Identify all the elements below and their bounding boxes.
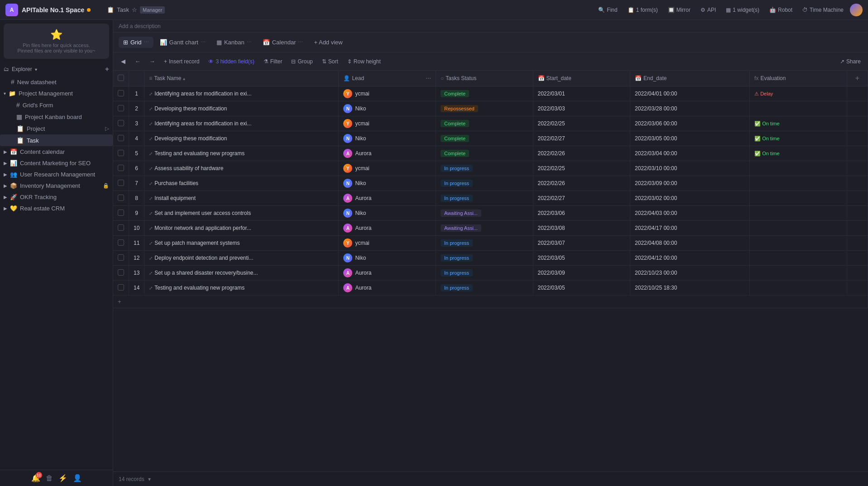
row-expand-button[interactable]: ⤢ <box>149 196 153 201</box>
new-item-button[interactable]: + <box>105 65 109 73</box>
app-logo[interactable]: A <box>5 4 18 16</box>
table-row[interactable]: 10 ⤢ Monitor network and application per… <box>113 221 868 236</box>
table-row[interactable]: 2 ⤢ Developing these modification N Niko… <box>113 101 868 116</box>
kanban-tab-more[interactable]: ⋯ <box>247 39 252 45</box>
api-button[interactable]: ⚙ API <box>697 5 719 15</box>
row-expand-button[interactable]: ⤢ <box>149 226 153 231</box>
tab-kanban[interactable]: ▦ Kanban ⋯ <box>212 37 256 48</box>
sidebar-explorer[interactable]: 🗂 Explorer ▾ + <box>0 62 113 76</box>
row-expand-button[interactable]: ⤢ <box>149 286 153 291</box>
row-checkbox[interactable] <box>118 120 124 126</box>
table-row[interactable]: 9 ⤢ Set and implement user access contro… <box>113 206 868 221</box>
row-expand-button[interactable]: ⤢ <box>149 151 153 156</box>
th-task-name[interactable]: ≡Task Name▴ <box>144 71 339 86</box>
table-row[interactable]: 12 ⤢ Deploy endpoint detection and preve… <box>113 251 868 266</box>
table-container[interactable]: ≡Task Name▴ 👤Lead⋯ ○Tasks Status 📅Start_… <box>113 71 868 472</box>
row-checkbox[interactable] <box>118 224 124 231</box>
widget-button[interactable]: ▦ 1 widget(s) <box>722 5 763 15</box>
breadcrumb-star[interactable]: ☆ <box>132 6 137 13</box>
sidebar-group-content-calendar[interactable]: ▶ 📅 Content calendar <box>0 146 113 157</box>
sidebar-group-okr[interactable]: ▶ 🚀 OKR Tracking <box>0 191 113 203</box>
table-row[interactable]: 1 ⤢ Identifying areas for modification i… <box>113 86 868 101</box>
row-checkbox[interactable] <box>118 180 124 186</box>
table-row[interactable]: 5 ⤢ Testing and evaluating new programs … <box>113 146 868 161</box>
row-checkbox[interactable] <box>118 195 124 201</box>
row-checkbox[interactable] <box>118 90 124 96</box>
tab-gantt[interactable]: 📊 Gantt chart ⋯ <box>155 37 210 48</box>
table-row[interactable]: 8 ⤢ Install equipment A Aurora In progre… <box>113 191 868 206</box>
sidebar-item-project[interactable]: 📋 Project ▷ <box>0 123 113 134</box>
add-view-button[interactable]: + Add view <box>309 37 347 48</box>
table-row[interactable]: 11 ⤢ Set up patch management systems Y y… <box>113 236 868 251</box>
sidebar-item-grids-form[interactable]: # Grid's Form <box>0 99 113 111</box>
user-avatar[interactable] <box>850 4 863 16</box>
select-all-checkbox[interactable] <box>118 75 124 81</box>
collapse-sidebar-button[interactable]: ◀ <box>117 55 129 68</box>
table-row[interactable]: 14 ⤢ Testing and evaluating new programs… <box>113 281 868 295</box>
members-icon[interactable]: 👤 <box>73 474 82 482</box>
sidebar-group-inventory[interactable]: ▶ 📦 Inventory Management 🔒 <box>0 180 113 191</box>
sidebar-group-content-marketing[interactable]: ▶ 📊 Content Marketing for SEO <box>0 157 113 169</box>
row-expand-button[interactable]: ⤢ <box>149 106 153 111</box>
row-checkbox[interactable] <box>118 284 124 291</box>
time-machine-button[interactable]: ⏱ Time Machine <box>799 5 847 15</box>
insert-record-button[interactable]: + Insert record <box>160 57 203 67</box>
row-expand-button[interactable]: ⤢ <box>149 256 153 261</box>
mirror-button[interactable]: 🔲 Mirror <box>664 5 694 15</box>
row-checkbox[interactable] <box>118 239 124 246</box>
row-checkbox[interactable] <box>118 269 124 276</box>
find-button[interactable]: 🔍 Find <box>595 5 621 15</box>
sidebar-group-user-research[interactable]: ▶ 👥 User Research Management <box>0 169 113 180</box>
th-start-date[interactable]: 📅Start_date <box>533 71 630 86</box>
template-icon[interactable]: ⚡ <box>58 474 67 482</box>
th-evaluation[interactable]: fxEvaluation <box>750 71 847 86</box>
th-tasks-status[interactable]: ○Tasks Status <box>436 71 533 86</box>
sidebar-item-new-datasheet[interactable]: # New datasheet <box>0 76 113 88</box>
row-checkbox[interactable] <box>118 135 124 141</box>
row-checkbox[interactable] <box>118 210 124 216</box>
tab-grid[interactable]: ⊞ Grid ⋯ <box>119 37 153 48</box>
group-button[interactable]: ⊟ Group <box>288 57 316 67</box>
row-expand-button[interactable]: ⤢ <box>149 241 153 246</box>
table-row[interactable]: 6 ⤢ Assess usability of hardware Y ycmai… <box>113 161 868 176</box>
row-expand-button[interactable]: ⤢ <box>149 211 153 216</box>
share-button[interactable]: ↗ Share <box>836 57 864 67</box>
sort-button[interactable]: ⇅ Sort <box>318 57 342 67</box>
row-checkbox[interactable] <box>118 254 124 261</box>
row-expand-button[interactable]: ⤢ <box>149 121 153 126</box>
row-expand-button[interactable]: ⤢ <box>149 271 153 276</box>
robot-button[interactable]: 🤖 Robot <box>766 5 796 15</box>
add-record-row[interactable]: + <box>113 295 868 308</box>
row-expand-button[interactable]: ⤢ <box>149 166 153 171</box>
lead-col-more[interactable]: ⋯ <box>426 75 431 81</box>
calendar-tab-more[interactable]: ⋯ <box>298 39 303 45</box>
recycle-icon[interactable]: 🗑 <box>46 474 53 482</box>
th-add-col[interactable]: + <box>847 71 868 86</box>
sidebar-item-task[interactable]: 📋 Task <box>0 134 113 146</box>
th-lead[interactable]: 👤Lead⋯ <box>339 71 436 86</box>
hidden-fields-button[interactable]: 👁 3 hidden field(s) <box>205 57 258 67</box>
table-row[interactable]: 7 ⤢ Purchase facilities N Niko In progre… <box>113 176 868 191</box>
gantt-tab-more[interactable]: ⋯ <box>201 39 206 45</box>
redo-button[interactable]: → <box>146 55 158 68</box>
row-expand-button[interactable]: ⤢ <box>149 91 153 96</box>
tab-calendar[interactable]: 📅 Calendar ⋯ <box>258 37 308 48</box>
sidebar-item-kanban[interactable]: ▦ Project Kanban board <box>0 111 113 123</box>
table-row[interactable]: 13 ⤢ Set up a shared disaster recovery/b… <box>113 266 868 281</box>
row-expand-button[interactable]: ⤢ <box>149 181 153 186</box>
filter-button[interactable]: ⚗ Filter <box>260 57 286 67</box>
add-description-text[interactable]: Add a description <box>119 23 161 29</box>
form-button[interactable]: 📋 1 form(s) <box>624 5 662 15</box>
row-checkbox[interactable] <box>118 105 124 111</box>
th-end-date[interactable]: 📅End_date <box>630 71 750 86</box>
add-column-button[interactable]: + <box>852 74 863 82</box>
table-row[interactable]: 3 ⤢ Identifying areas for modification i… <box>113 116 868 131</box>
row-height-button[interactable]: ⇕ Row height <box>344 57 384 67</box>
table-row[interactable]: 4 ⤢ Developing these modification N Niko… <box>113 131 868 146</box>
grid-tab-more[interactable]: ⋯ <box>144 39 149 45</box>
row-checkbox[interactable] <box>118 150 124 156</box>
sidebar-group-real-estate[interactable]: ▶ 💛 Real estate CRM <box>0 203 113 214</box>
sidebar-group-project-management[interactable]: ▾ 📁 Project Management <box>0 88 113 99</box>
row-expand-button[interactable]: ⤢ <box>149 136 153 141</box>
undo-button[interactable]: ← <box>131 55 144 68</box>
